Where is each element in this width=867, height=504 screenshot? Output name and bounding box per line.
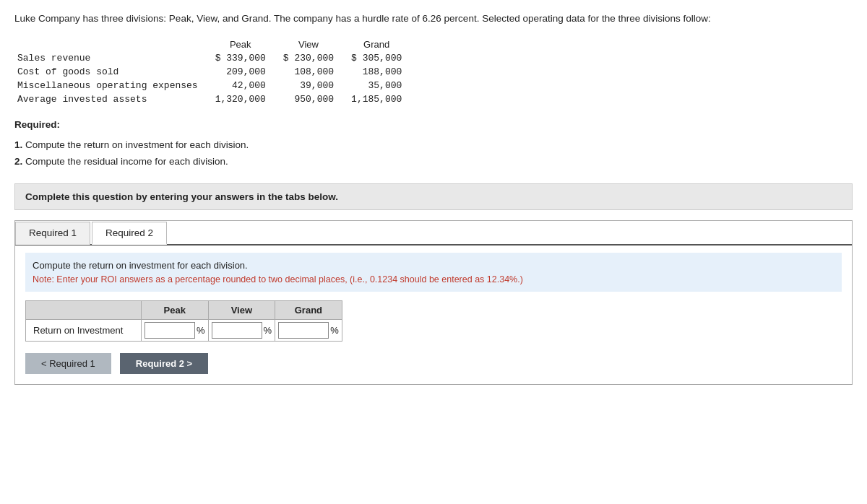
row-label-1: Cost of goods sold [14, 65, 207, 79]
answer-col-peak: Peak [142, 301, 209, 320]
answer-row-label: Return on Investment [26, 320, 142, 342]
row-peak-1: 209,000 [207, 65, 275, 79]
grand-pct-sign: % [330, 325, 339, 336]
note-line1: Compute the return on investment for eac… [33, 258, 834, 273]
row-grand-3: 1,185,000 [342, 92, 410, 106]
required-item-1: 1. Compute the return on investment for … [14, 137, 853, 154]
row-grand-2: 35,000 [342, 79, 410, 92]
answer-grand-cell: % [275, 320, 342, 342]
data-table: Peak View Grand Sales revenue $ 339,000 … [14, 38, 410, 106]
row-grand-0: $ 305,000 [342, 51, 410, 65]
row-peak-0: $ 339,000 [207, 51, 275, 65]
note-line2: Note: Enter your ROI answers as a percen… [33, 273, 834, 287]
answer-view-cell: % [208, 320, 275, 342]
prev-button[interactable]: < Required 1 [25, 353, 111, 374]
tab-required1[interactable]: Required 1 [15, 222, 90, 245]
answer-table: Peak View Grand Return on Investment % [25, 300, 342, 342]
row-view-2: 39,000 [275, 79, 342, 92]
answer-peak-cell: % [142, 320, 209, 342]
note-box: Compute the return on investment for eac… [25, 253, 842, 292]
row-label-0: Sales revenue [14, 51, 207, 65]
required-heading: Required: [14, 119, 853, 130]
row-view-3: 950,000 [275, 92, 342, 106]
required-list: 1. Compute the return on investment for … [14, 137, 853, 170]
view-roi-input[interactable] [212, 322, 262, 339]
next-button[interactable]: Required 2 > [120, 353, 208, 374]
col-header-view: View [275, 38, 342, 51]
intro-text: Luke Company has three divisions: Peak, … [14, 12, 853, 26]
row-grand-1: 188,000 [342, 65, 410, 79]
tab-content: Compute the return on investment for eac… [15, 246, 852, 384]
nav-buttons: < Required 1 Required 2 > [25, 353, 842, 374]
col-header-grand: Grand [342, 38, 410, 51]
row-peak-3: 1,320,000 [207, 92, 275, 106]
required-item-2: 2. Compute the residual income for each … [14, 154, 853, 170]
view-pct-sign: % [264, 325, 272, 336]
row-view-1: 108,000 [275, 65, 342, 79]
row-view-0: $ 230,000 [275, 51, 342, 65]
row-label-3: Average invested assets [14, 92, 207, 106]
peak-roi-input[interactable] [144, 322, 195, 339]
row-label-2: Miscellaneous operating expenses [14, 79, 207, 92]
answer-col-grand: Grand [275, 301, 342, 320]
answer-col-empty [26, 301, 142, 320]
tabs-container: Required 1 Required 2 Compute the return… [14, 220, 853, 385]
instruction-box: Complete this question by entering your … [14, 183, 853, 210]
grand-roi-input[interactable] [278, 322, 329, 339]
tab-required2[interactable]: Required 2 [92, 222, 167, 245]
answer-row-roi: Return on Investment % % [26, 320, 342, 342]
peak-pct-sign: % [197, 325, 205, 336]
col-header-peak: Peak [207, 38, 275, 51]
answer-col-view: View [208, 301, 275, 320]
tabs-header: Required 1 Required 2 [15, 221, 852, 246]
row-peak-2: 42,000 [207, 79, 275, 92]
